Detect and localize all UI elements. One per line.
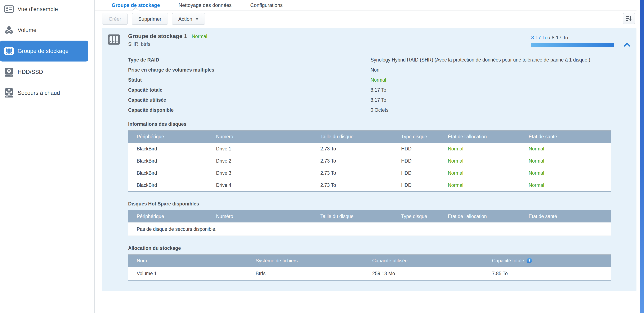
table-cell: BlackBird — [128, 170, 208, 176]
sidebar-item-volume[interactable]: Volume — [0, 20, 88, 40]
column-header: Taille du disque — [312, 214, 393, 219]
create-button[interactable]: Créer — [102, 13, 128, 25]
usage-used-value: 8.17 To — [531, 35, 548, 40]
tab-bar: Groupe de stockage Nettoyage des données… — [95, 0, 636, 10]
table-cell: Drive 1 — [208, 146, 312, 152]
table-cell: 2.73 To — [312, 182, 393, 188]
table-row[interactable]: Volume 1Btrfs259.13 Mo7.85 To — [128, 267, 611, 280]
column-header: État de l'allocation — [440, 214, 520, 219]
allocation-title: Allocation du stockage — [128, 245, 611, 251]
collapse-chevron-up-icon[interactable] — [624, 42, 630, 47]
detail-row-total-capacity: Capacité totale 8.17 To — [128, 85, 611, 95]
hot-spare-title: Disques Hot Spare disponibles — [128, 201, 611, 207]
overview-icon — [4, 4, 14, 14]
table-row[interactable]: BlackBirdDrive 22.73 ToHDDNormalNormal — [128, 155, 611, 167]
column-header: Numéro — [208, 214, 312, 219]
pool-status-separator: - — [189, 34, 192, 39]
sidebar-item-label: Volume — [18, 27, 36, 33]
action-label: Action — [178, 16, 192, 22]
sidebar: Vue d’ensemble — [0, 0, 95, 313]
desktop-edge-strip — [640, 0, 644, 313]
sidebar-item-hot-spare[interactable]: Secours à chaud — [0, 82, 88, 103]
table-cell: Normal — [440, 146, 520, 152]
table-cell: HDD — [393, 170, 440, 176]
detail-value: Synology Hybrid RAID (SHR) (Avec la prot… — [370, 55, 611, 65]
detail-label: Prise en charge de volumes multiples — [128, 65, 370, 75]
tab-configurations[interactable]: Configurations — [241, 0, 292, 10]
sidebar-item-label: Groupe de stockage — [18, 48, 68, 54]
detail-row-status: Statut Normal — [128, 75, 611, 85]
column-header: Numéro — [208, 134, 312, 140]
usage-text: 8.17 To / 8.17 To — [531, 35, 615, 40]
table-cell: BlackBird — [128, 158, 208, 164]
usage-bar-fill — [531, 43, 614, 47]
chevron-down-icon — [196, 18, 198, 21]
table-cell: Normal — [520, 158, 611, 164]
usage-separator: / — [549, 35, 550, 40]
table-row[interactable]: BlackBirdDrive 12.73 ToHDDNormalNormal — [128, 143, 611, 155]
table-cell: Normal — [440, 170, 520, 176]
pool-usage: 8.17 To / 8.17 To — [531, 35, 615, 47]
delete-button[interactable]: Supprimer — [132, 13, 168, 25]
table-cell: 2.73 To — [312, 146, 393, 152]
tab-data-scrubbing[interactable]: Nettoyage des données — [169, 0, 241, 10]
column-header: État de santé — [520, 134, 611, 140]
table-cell: HDD — [393, 182, 440, 188]
column-header: Type disque — [393, 214, 440, 219]
table-row[interactable]: BlackBirdDrive 32.73 ToHDDNormalNormal — [128, 167, 611, 179]
usage-bar — [531, 43, 614, 47]
column-header: Nom — [128, 258, 247, 264]
sort-order-button[interactable] — [623, 13, 635, 24]
info-icon[interactable]: i — [526, 258, 532, 263]
detail-label: Capacité totale — [128, 85, 370, 95]
sidebar-list: Vue d’ensemble — [0, 0, 94, 103]
detail-value: Non — [370, 65, 611, 75]
sidebar-item-storage-group[interactable]: Groupe de stockage — [0, 40, 88, 61]
tab-storage-group[interactable]: Groupe de stockage — [102, 0, 169, 10]
toolbar: Créer Supprimer Action — [95, 10, 636, 25]
tab-label: Configurations — [250, 2, 283, 8]
sidebar-item-label: Secours à chaud — [18, 90, 60, 96]
action-dropdown-button[interactable]: Action — [172, 13, 205, 25]
pool-header: Groupe de stockage 1 - Normal SHR, btrfs… — [102, 33, 636, 53]
table-cell: 2.73 To — [312, 158, 393, 164]
detail-value: 0 Octets — [370, 105, 611, 115]
pool-titles: Groupe de stockage 1 - Normal SHR, btrfs — [128, 33, 207, 53]
column-header: Taille du disque — [312, 134, 393, 140]
disk-info-table: PériphériqueNuméroTaille du disqueType d… — [128, 130, 611, 192]
table-cell: Drive 4 — [208, 182, 312, 188]
sidebar-item-label: Vue d’ensemble — [18, 6, 58, 12]
table-empty-row: Pas de disque de secours disponible. — [128, 222, 611, 236]
table-cell: Drive 3 — [208, 170, 312, 176]
table-cell: BlackBird — [128, 182, 208, 188]
column-header: Périphérique — [128, 214, 208, 219]
detail-label: Type de RAID — [128, 55, 370, 65]
table-header-row: PériphériqueNuméroTaille du disqueType d… — [128, 210, 611, 222]
table-cell: Normal — [520, 146, 611, 152]
table-cell: 7.85 To — [484, 271, 611, 276]
detail-row-multi-volume: Prise en charge de volumes multiples Non — [128, 65, 611, 75]
sidebar-item-overview[interactable]: Vue d’ensemble — [0, 0, 88, 20]
table-cell: 259.13 Mo — [364, 271, 484, 276]
detail-row-raid-type: Type de RAID Synology Hybrid RAID (SHR) … — [128, 55, 611, 65]
table-cell: HDD — [393, 158, 440, 164]
column-header: Système de fichiers — [247, 258, 364, 264]
sidebar-item-hdd-ssd[interactable]: HDD/SSD — [0, 61, 88, 82]
detail-value: 8.17 To — [370, 85, 611, 95]
table-cell: 2.73 To — [312, 170, 393, 176]
table-cell: Volume 1 — [128, 271, 247, 276]
empty-message: Pas de disque de secours disponible. — [128, 226, 611, 232]
table-cell: HDD — [393, 146, 440, 152]
column-header: Capacité utilisée — [364, 258, 484, 264]
detail-value: 8.17 To — [370, 95, 611, 105]
storage-manager-window: Vue d’ensemble — [0, 0, 644, 313]
hot-spare-table: PériphériqueNuméroTaille du disqueType d… — [128, 210, 611, 236]
detail-value-status: Normal — [370, 75, 611, 85]
table-cell: BlackBird — [128, 146, 208, 152]
detail-label: Statut — [128, 75, 370, 85]
column-header: État de santé — [520, 214, 611, 219]
allocation-table: NomSystème de fichiersCapacité utiliséeC… — [128, 254, 611, 281]
detail-row-available-capacity: Capacité disponible 0 Octets — [128, 105, 611, 115]
table-row[interactable]: BlackBirdDrive 42.73 ToHDDNormalNormal — [128, 179, 611, 191]
pool-subtitle: SHR, btrfs — [128, 41, 207, 47]
